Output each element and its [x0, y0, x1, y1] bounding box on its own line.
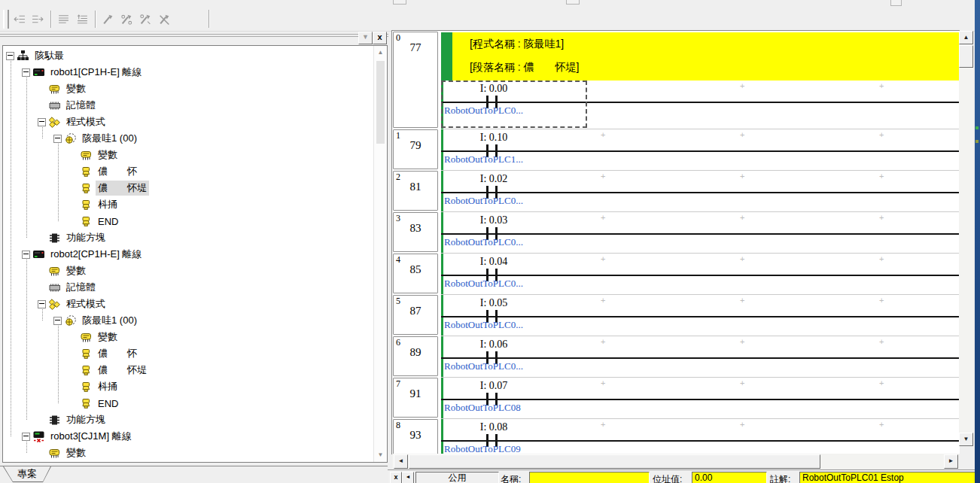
expand-toggle-icon[interactable]: [22, 433, 30, 441]
ladder-rung[interactable]: 4 85 I: 0.04 RobotOutToPLC0...: [392, 253, 960, 294]
tree-item[interactable]: 儂 怀: [69, 163, 373, 180]
toolbar-button[interactable]: [73, 10, 92, 29]
rung-step: 93: [394, 429, 437, 442]
ladder-rung[interactable]: 6 89 I: 0.06 RobotOutToPLC0...: [392, 336, 960, 377]
tree-item-icon: [32, 67, 45, 78]
ladder-rung-0[interactable]: 0 77 [程式名稱 : 陔最哇1] [段落名稱 : 儂 怀堤] I: 0.00: [392, 31, 960, 129]
tree-item[interactable]: END: [69, 213, 373, 229]
tree-item[interactable]: 功能方塊: [38, 412, 373, 428]
vscrollbar-thumb[interactable]: [959, 45, 973, 68]
toolbar-grip[interactable]: [3, 10, 9, 29]
tree-item[interactable]: 陔馱最: [6, 47, 373, 64]
contact-comment[interactable]: RobotOutToPLC1...: [444, 153, 523, 166]
scope-field[interactable]: 公用: [415, 472, 499, 483]
contact-comment[interactable]: RobotOutToPLC0...: [444, 360, 523, 372]
address-value-field[interactable]: 0.00: [692, 472, 767, 483]
ladder-rung[interactable]: 3 83 I: 0.03 RobotOutToPLC0...: [392, 211, 960, 253]
toolbar-button[interactable]: [10, 10, 29, 29]
contact-comment[interactable]: RobotOutToPLC0...: [444, 319, 523, 331]
contact-address[interactable]: I: 0.03: [452, 214, 535, 226]
grid-mark: [879, 172, 884, 181]
selection-box[interactable]: [441, 80, 587, 128]
rung-step: 85: [394, 263, 437, 276]
expand-toggle-icon[interactable]: [22, 68, 30, 77]
tree-item[interactable]: 枓捅: [69, 196, 373, 213]
scroll-up-icon[interactable]: ▲: [374, 47, 387, 58]
tree-item[interactable]: 變數: [38, 80, 373, 97]
tree-item[interactable]: 儂 怀堤: [69, 180, 373, 196]
tree-scrollbar-thumb[interactable]: [376, 61, 385, 144]
toolbar-button[interactable]: [29, 10, 47, 29]
contact-address[interactable]: I: 0.02: [452, 173, 535, 185]
tree-item[interactable]: 程式模式: [38, 114, 373, 130]
tree-item[interactable]: 陔最哇1 (00): [53, 312, 373, 329]
tree-item[interactable]: robot3[CJ1M] 離線: [22, 428, 373, 445]
contact-comment[interactable]: RobotOutToPLC09: [444, 443, 521, 454]
desktop-icon-fragment: [975, 126, 978, 129]
grid-mark: [601, 337, 605, 346]
contact-address[interactable]: I: 0.06: [452, 339, 535, 351]
scroll-down-icon[interactable]: ▼: [374, 450, 387, 460]
tree-item[interactable]: 程式模式: [38, 296, 373, 312]
toolbar-button[interactable]: [117, 10, 136, 29]
ladder-vscrollbar[interactable]: ▲ ▼: [959, 31, 973, 446]
panel-close-button[interactable]: x: [373, 32, 387, 44]
ladder-rung[interactable]: 7 91 I: 0.07 RobotOutToPLC08: [392, 377, 960, 418]
contact-comment[interactable]: RobotOutToPLC0...: [444, 195, 523, 207]
tree-item[interactable]: 記憶體: [38, 279, 373, 296]
tree-item[interactable]: 記憶體: [38, 97, 373, 114]
tree-item[interactable]: 變數: [69, 329, 373, 345]
expand-toggle-icon[interactable]: [22, 251, 30, 259]
expand-toggle-icon[interactable]: [38, 118, 46, 126]
tree-item[interactable]: END: [69, 395, 373, 412]
contact-comment[interactable]: RobotOutToPLC0...: [444, 278, 523, 290]
tree-item[interactable]: robot1[CP1H-E] 離線: [22, 64, 373, 80]
tab-project[interactable]: 專案: [3, 466, 51, 482]
tree-item[interactable]: 儂 怀堤: [69, 362, 373, 378]
contact-comment[interactable]: RobotOutToPLC0...: [444, 236, 523, 248]
name-field[interactable]: [529, 472, 650, 483]
close-icon: x: [377, 32, 382, 41]
contact-address[interactable]: I: 0.07: [452, 380, 535, 392]
rung-wire: [441, 399, 960, 400]
toolbar-button[interactable]: [99, 10, 117, 29]
toolbar-button[interactable]: [136, 10, 155, 29]
operand-bar-close-button[interactable]: x: [390, 472, 402, 483]
contact-address[interactable]: I: 0.04: [452, 256, 535, 268]
tree-item[interactable]: 變數: [69, 147, 373, 163]
scroll-right-button[interactable]: ►: [944, 454, 958, 469]
contact-comment[interactable]: RobotOutToPLC08: [444, 402, 521, 414]
operand-bar-prev-button[interactable]: ◄: [402, 472, 414, 483]
tree-item[interactable]: 變數: [38, 445, 373, 461]
tree-scrollbar[interactable]: ▲ ▼: [373, 46, 387, 462]
ladder-hscrollbar[interactable]: ◄ ►: [392, 454, 959, 469]
expand-toggle-icon[interactable]: [38, 300, 46, 308]
panel-dropdown-button[interactable]: ▼: [358, 32, 373, 44]
contact-address[interactable]: I: 0.10: [452, 132, 535, 144]
toolbar-button[interactable]: [155, 10, 174, 29]
ladder-rung[interactable]: 2 81 I: 0.02 RobotOutToPLC0...: [392, 170, 960, 211]
tree-item[interactable]: robot2[CP1H-E] 離線: [22, 246, 373, 263]
scroll-up-button[interactable]: ▲: [959, 31, 973, 44]
hscrollbar-thumb[interactable]: [409, 454, 820, 469]
expand-toggle-icon[interactable]: [6, 52, 14, 60]
tree-item-icon: [32, 431, 45, 442]
contact-address[interactable]: I: 0.05: [452, 297, 535, 309]
toolbar-button[interactable]: [54, 10, 73, 29]
ladder-rung[interactable]: 5 87 I: 0.05 RobotOutToPLC0...: [392, 294, 960, 336]
expand-toggle-icon[interactable]: [53, 135, 62, 143]
tree-item[interactable]: 枓捅: [69, 378, 373, 395]
contact-address[interactable]: I: 0.08: [452, 421, 535, 433]
tree-item[interactable]: 儂 怀: [69, 345, 373, 362]
comment-field[interactable]: RobotOutToPLC01 Estop: [799, 472, 980, 483]
tree-item[interactable]: 變數: [38, 263, 373, 279]
tree-item[interactable]: 功能方塊: [38, 229, 373, 246]
scroll-left-button[interactable]: ◄: [394, 454, 408, 469]
expand-toggle-icon[interactable]: [53, 317, 62, 325]
ladder-rung[interactable]: 1 79 I: 0.10 RobotOutToPLC1...: [392, 129, 960, 170]
ladder-editor[interactable]: 0 77 [程式名稱 : 陔最哇1] [段落名稱 : 儂 怀堤] I: 0.00: [391, 30, 960, 454]
scroll-down-button[interactable]: ▼: [959, 433, 973, 446]
tree-item[interactable]: 陔最哇1 (00): [53, 130, 373, 147]
rung-step: 87: [394, 305, 437, 317]
ladder-rung[interactable]: 8 93 I: 0.08 RobotOutToPLC09: [392, 418, 960, 454]
